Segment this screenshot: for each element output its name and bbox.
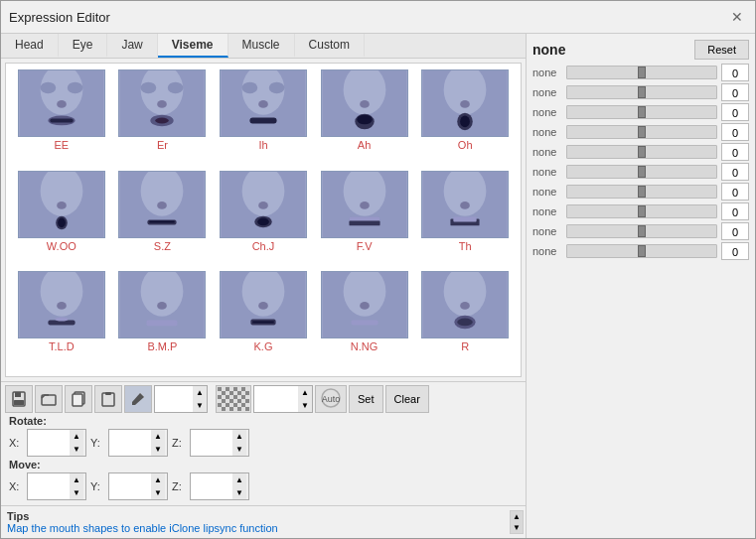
copy-button[interactable] xyxy=(65,385,92,413)
tab-muscle[interactable]: Muscle xyxy=(228,34,295,58)
tab-eye[interactable]: Eye xyxy=(59,34,108,58)
slider-thumb-1[interactable] xyxy=(638,86,646,98)
paste-button[interactable] xyxy=(94,385,122,413)
spinbox-2-down[interactable]: ▼ xyxy=(298,399,312,412)
close-button[interactable]: ✕ xyxy=(727,7,747,27)
slider-thumb-7[interactable] xyxy=(638,205,646,217)
spinbox-1-up[interactable]: ▲ xyxy=(193,386,207,399)
slider-thumb-5[interactable] xyxy=(638,166,646,178)
svg-rect-82 xyxy=(14,400,24,405)
tab-jaw[interactable]: Jaw xyxy=(107,34,157,58)
move-z-up[interactable]: ▲ xyxy=(232,473,246,486)
clear-button[interactable]: Clear xyxy=(385,385,429,413)
slider-value-6: 0 xyxy=(721,183,749,201)
tab-viseme[interactable]: Viseme xyxy=(158,34,228,58)
viseme-WOO[interactable]: W.OO xyxy=(12,171,111,270)
viseme-SZ[interactable]: S.Z xyxy=(113,171,213,270)
move-y-input[interactable]: 0.00 xyxy=(109,473,151,499)
svg-point-34 xyxy=(58,217,66,227)
spinbox-1[interactable]: 1.0 ▲ ▼ xyxy=(154,385,208,413)
slider-thumb-0[interactable] xyxy=(638,67,646,78)
slider-track-0[interactable] xyxy=(566,66,717,79)
viseme-ChJ[interactable]: Ch.J xyxy=(214,171,313,270)
rotate-y-up[interactable]: ▲ xyxy=(151,430,165,443)
viseme-BMP[interactable]: B.M.P xyxy=(113,271,213,370)
viseme-KG[interactable]: K.G xyxy=(214,271,313,370)
slider-track-6[interactable] xyxy=(566,185,717,199)
tips-scrollbar[interactable]: ▲ ▼ xyxy=(510,510,524,534)
rotate-x-input[interactable]: 0.00 xyxy=(28,430,70,456)
viseme-Ah[interactable]: Ah xyxy=(315,69,414,169)
slider-track-7[interactable] xyxy=(566,204,717,218)
viseme-Th[interactable]: Th xyxy=(415,171,515,270)
slider-thumb-2[interactable] xyxy=(638,106,646,118)
slider-thumb-6[interactable] xyxy=(638,186,646,198)
viseme-R[interactable]: R xyxy=(415,271,515,370)
slider-name-6: none xyxy=(532,186,562,198)
rotate-z-input[interactable]: 0.00 xyxy=(191,430,232,456)
svg-point-44 xyxy=(257,217,269,225)
expression-editor-window: Expression Editor ✕ Head Eye Jaw Viseme … xyxy=(0,0,756,539)
rotate-y-input[interactable]: 0.00 xyxy=(109,430,151,456)
move-z-input[interactable]: 0.00 xyxy=(191,473,232,499)
spinbox-2-input[interactable]: 50.0 xyxy=(254,386,298,412)
slider-track-1[interactable] xyxy=(566,85,717,99)
slider-track-3[interactable] xyxy=(566,125,717,139)
slider-thumb-8[interactable] xyxy=(638,225,646,237)
tips-scroll-up[interactable]: ▲ xyxy=(511,511,523,522)
viseme-TLD[interactable]: T.L.D xyxy=(12,271,111,370)
viseme-EE[interactable]: EE xyxy=(12,69,111,169)
move-z-down[interactable]: ▼ xyxy=(232,486,246,499)
slider-track-9[interactable] xyxy=(566,244,717,258)
rotate-y-spinbox[interactable]: 0.00 ▲▼ xyxy=(108,429,168,457)
svg-rect-65 xyxy=(147,323,178,327)
slider-thumb-3[interactable] xyxy=(638,126,646,138)
spinbox-1-input[interactable]: 1.0 xyxy=(155,386,193,412)
move-y-down[interactable]: ▼ xyxy=(151,486,165,499)
svg-point-53 xyxy=(460,202,470,209)
brush-button[interactable] xyxy=(124,385,152,413)
viseme-Er[interactable]: Er xyxy=(113,69,213,169)
tab-custom[interactable]: Custom xyxy=(295,34,365,58)
svg-point-10 xyxy=(168,82,184,94)
viseme-NNG[interactable]: N.NG xyxy=(315,271,414,370)
viseme-FV[interactable]: F.V xyxy=(315,171,414,270)
slider-thumb-4[interactable] xyxy=(638,146,646,158)
checkerboard-button[interactable] xyxy=(216,385,251,413)
move-x-spinbox[interactable]: 0.00 ▲▼ xyxy=(27,472,86,500)
open-button[interactable] xyxy=(35,385,63,413)
rotate-x-down[interactable]: ▼ xyxy=(70,443,83,456)
rotate-z-up[interactable]: ▲ xyxy=(232,430,246,443)
move-x-down[interactable]: ▼ xyxy=(70,486,83,499)
move-x-up[interactable]: ▲ xyxy=(70,473,83,486)
spinbox-2[interactable]: 50.0 ▲ ▼ xyxy=(253,385,313,413)
slider-track-2[interactable] xyxy=(566,105,717,119)
move-y-spinbox[interactable]: 0.00 ▲▼ xyxy=(108,472,168,500)
rotate-x-spinbox[interactable]: 0.00 ▲▼ xyxy=(27,429,86,457)
move-x-input[interactable]: 0.00 xyxy=(28,473,70,499)
reset-button[interactable]: Reset xyxy=(694,40,749,60)
slider-thumb-9[interactable] xyxy=(638,245,646,257)
viseme-Ih[interactable]: Ih xyxy=(214,69,313,169)
slider-track-5[interactable] xyxy=(566,165,717,179)
slider-track-8[interactable] xyxy=(566,224,717,238)
save-button[interactable] xyxy=(5,385,33,413)
rotate-z-down[interactable]: ▼ xyxy=(232,443,246,456)
move-z-spinbox[interactable]: 0.00 ▲▼ xyxy=(190,472,249,500)
rotate-z-spinbox[interactable]: 0.00 ▲▼ xyxy=(190,429,249,457)
rotate-y-down[interactable]: ▼ xyxy=(151,443,165,456)
tab-head[interactable]: Head xyxy=(1,34,59,58)
svg-point-68 xyxy=(258,302,268,310)
rotate-x-up[interactable]: ▲ xyxy=(70,430,83,443)
transform-section: Rotate: X: 0.00 ▲▼ Y: 0.00 ▲▼ xyxy=(9,415,249,502)
spinbox-2-up[interactable]: ▲ xyxy=(298,386,312,399)
move-y-up[interactable]: ▲ xyxy=(151,473,165,486)
auto-button[interactable]: Auto xyxy=(315,385,347,413)
svg-point-27 xyxy=(460,100,470,108)
tips-scroll-down[interactable]: ▼ xyxy=(511,522,523,533)
right-panel: none Reset none 0 none 0 none xyxy=(527,34,755,538)
slider-track-4[interactable] xyxy=(566,145,717,159)
viseme-Oh[interactable]: Oh xyxy=(415,69,515,169)
spinbox-1-down[interactable]: ▼ xyxy=(193,399,207,412)
set-button[interactable]: Set xyxy=(349,385,383,413)
